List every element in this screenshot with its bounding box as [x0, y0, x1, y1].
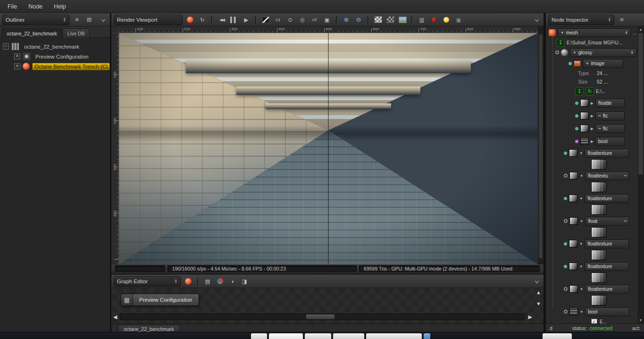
texture-node-header[interactable]: floattexture ~: [585, 262, 629, 271]
scrollbar-thumb[interactable]: [638, 33, 643, 175]
node-pin[interactable]: [555, 51, 559, 54]
mesh-node-header[interactable]: ▼ mesh ▲▼: [558, 28, 631, 37]
tree-item-label[interactable]: octane_22_benchmark: [22, 43, 82, 51]
pause-render-icon[interactable]: ▍▍: [229, 16, 239, 24]
refresh-render-icon[interactable]: ↻: [198, 16, 207, 24]
graph-editor-panel-selector[interactable]: Graph Editor ▲▼: [114, 276, 181, 287]
export-graph-icon[interactable]: ◨: [240, 277, 249, 286]
node-pin[interactable]: [575, 114, 578, 118]
taskbar-item[interactable]: [333, 333, 364, 339]
tree-expander[interactable]: −: [3, 43, 9, 50]
environment-preview-icon[interactable]: ◑: [227, 277, 237, 286]
checker-background-alt-icon[interactable]: [385, 16, 395, 24]
reload-image-icon[interactable]: ↻: [585, 87, 594, 95]
texture-thumbnail[interactable]: [591, 250, 606, 260]
expand-panel-icon[interactable]: [533, 278, 541, 285]
scroll-left-arrow[interactable]: ◀: [113, 314, 117, 320]
inspector-texture-node-row[interactable]: ▼ floattexture ~: [546, 148, 636, 170]
collapse-triangle[interactable]: ▼: [579, 196, 583, 201]
add-node-icon[interactable]: ▤: [203, 277, 212, 286]
menu-node[interactable]: Node: [24, 1, 49, 12]
collapse-triangle[interactable]: ▼: [579, 151, 583, 155]
inspector-sub-node-row[interactable]: ▶ ~ bool: [546, 136, 636, 147]
scroll-right-arrow[interactable]: ▶: [528, 314, 532, 320]
inspector-sub-node-row[interactable]: ▶ ~ floatte: [546, 97, 636, 109]
tree-row[interactable]: + Preview Configuration: [3, 51, 110, 61]
material-node-row[interactable]: ▼ glossy ▲▼: [546, 48, 636, 57]
collapse-triangle[interactable]: ▶: [591, 101, 594, 105]
texture-thumbnail[interactable]: [591, 182, 606, 192]
node-spinner[interactable]: ▲▼: [625, 31, 627, 35]
collapse-triangle[interactable]: ▼: [580, 174, 583, 178]
inspector-texture-node-row[interactable]: ▼ floattexture ~: [546, 194, 636, 215]
subsample-icon[interactable]: A1: [273, 16, 283, 24]
scroll-up-arrow[interactable]: ▲: [637, 27, 644, 32]
material-preview-icon[interactable]: [215, 277, 225, 286]
collapse-triangle[interactable]: ▶: [591, 127, 594, 131]
focus-picker-icon[interactable]: ◎: [298, 16, 307, 24]
scrollbar-thumb[interactable]: [539, 34, 543, 258]
node-pin[interactable]: [569, 62, 572, 65]
panel-selector-spinner[interactable]: ▲▼: [63, 17, 66, 22]
outliner-panel-selector[interactable]: Outliner ▲▼: [2, 15, 69, 25]
outliner-tab[interactable]: Live DB: [63, 28, 90, 38]
node-pin[interactable]: [575, 102, 578, 105]
inspector-menu-icon[interactable]: ≡: [617, 16, 627, 23]
tree-expander[interactable]: +: [14, 63, 20, 69]
menu-file[interactable]: File: [3, 1, 24, 12]
panel-selector-spinner[interactable]: ▲▼: [175, 279, 177, 283]
taskbar-item[interactable]: [424, 333, 430, 339]
image-node-row[interactable]: ▼ image: [546, 59, 636, 68]
sub-node-header[interactable]: ~ flc: [595, 124, 625, 133]
node-pin[interactable]: [564, 242, 567, 246]
taskbar-item[interactable]: [269, 333, 303, 339]
node-pin[interactable]: [564, 152, 567, 155]
texture-node-header[interactable]: float ~: [585, 217, 629, 226]
collapse-triangle[interactable]: ▼: [585, 61, 589, 66]
expand-panel-icon[interactable]: [99, 16, 108, 24]
viewport-vertical-scrollbar[interactable]: [537, 33, 544, 264]
texture-node-header[interactable]: floattexture ~: [585, 239, 629, 248]
sub-node-header[interactable]: ~ bool: [595, 137, 625, 146]
import-file-icon[interactable]: ↧: [556, 39, 565, 47]
octane-logo-icon[interactable]: [185, 16, 195, 24]
graph-editor-canvas[interactable]: ▦ Preview Configuration ◀ ▶ ▲ ▼: [111, 288, 544, 323]
texture-node-header[interactable]: floattexture ~: [585, 149, 629, 158]
node-pin[interactable]: [575, 140, 578, 143]
image-node-header[interactable]: ▼ image: [583, 59, 623, 68]
node-pin[interactable]: [564, 287, 568, 291]
inspector-texture-node-row[interactable]: ▼ float ~: [546, 216, 636, 237]
more-options[interactable]: ...: [633, 30, 636, 35]
autofocus-icon[interactable]: AF: [310, 16, 319, 24]
tree-item-label[interactable]: Preview Configuration: [33, 53, 91, 60]
graph-tab[interactable]: octane_22_benchmark: [118, 325, 180, 332]
sub-node-header[interactable]: ~ floatte: [595, 99, 625, 108]
play-render-icon[interactable]: ▶: [242, 16, 251, 24]
taskbar-item[interactable]: [305, 333, 331, 339]
grid-view-icon[interactable]: ⊞: [84, 16, 94, 23]
background-image-icon[interactable]: [398, 16, 407, 24]
collapse-triangle[interactable]: ▼: [579, 242, 583, 246]
menu-help[interactable]: Help: [49, 1, 73, 12]
expand-panel-icon[interactable]: [533, 16, 541, 24]
graph-horizontal-scrollbar[interactable]: [120, 314, 525, 320]
camera-lock-icon[interactable]: ▣: [322, 16, 332, 24]
region-render-icon[interactable]: [261, 16, 270, 24]
collapse-triangle[interactable]: ▼: [579, 264, 583, 269]
scrollbar-thumb[interactable]: [306, 314, 335, 319]
scroll-down-arrow[interactable]: ▼: [536, 301, 541, 306]
collapse-triangle[interactable]: ▶: [591, 114, 594, 118]
taskbar-item[interactable]: [251, 333, 267, 339]
texture-node-header[interactable]: floattexture ~: [585, 194, 629, 203]
texture-thumbnail[interactable]: [591, 272, 606, 283]
zoom-out-icon[interactable]: ⊖: [354, 16, 363, 24]
inspector-texture-node-row[interactable]: ▼ floattexture ~: [546, 284, 636, 305]
node-pin[interactable]: [564, 219, 568, 223]
texture-thumbnail[interactable]: [591, 295, 606, 305]
texture-thumbnail[interactable]: [591, 227, 606, 237]
collapse-triangle[interactable]: ▼: [580, 219, 583, 223]
load-image-icon[interactable]: ↧: [575, 87, 584, 95]
viewport-panel-selector[interactable]: Render Viewport: [114, 15, 183, 25]
material-picker-icon[interactable]: [429, 16, 439, 24]
zoom-in-icon[interactable]: ⊕: [342, 16, 351, 24]
